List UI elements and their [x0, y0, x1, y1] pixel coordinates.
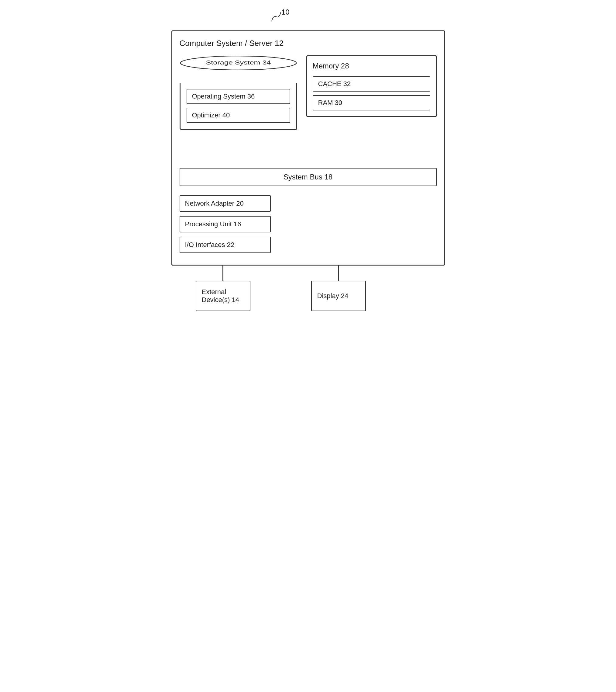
- network-adapter-box: Network Adapter 20: [180, 195, 271, 212]
- memory-label: Memory 28: [313, 62, 430, 70]
- io-interfaces-box: I/O Interfaces 22: [180, 237, 271, 253]
- display-label: Display 24: [317, 292, 349, 300]
- os-box: Operating System 36: [186, 89, 290, 104]
- main-computer-system-box: Computer System / Server 12 Storage Syst…: [171, 30, 445, 266]
- ram-box: RAM 30: [313, 95, 430, 110]
- bottom-connectors-row: ExternalDevice(s) 14 Display 24: [171, 266, 445, 311]
- processing-unit-box: Processing Unit 16: [180, 216, 271, 232]
- connector-line-left: [222, 266, 223, 281]
- cylinder-top: Storage System 34: [180, 55, 297, 70]
- optimizer-box: Optimizer 40: [186, 108, 290, 123]
- svg-text:Storage System 34: Storage System 34: [206, 59, 271, 66]
- external-device-connector: ExternalDevice(s) 14: [196, 266, 250, 311]
- top-section: Storage System 34 Operating System 36 Op…: [180, 55, 437, 159]
- external-device-label: ExternalDevice(s) 14: [202, 288, 239, 304]
- connector-line-right: [338, 266, 339, 281]
- display-box: Display 24: [311, 281, 366, 311]
- cache-box: CACHE 32: [313, 76, 430, 91]
- display-connector: Display 24: [311, 266, 366, 311]
- components-section: Network Adapter 20 Processing Unit 16 I/…: [180, 195, 437, 257]
- external-device-box: ExternalDevice(s) 14: [196, 281, 250, 311]
- diagram-container: 10 Computer System / Server 12 Storage S…: [171, 12, 445, 311]
- memory-box: Memory 28 CACHE 32 RAM 30: [306, 55, 437, 117]
- svg-text:10: 10: [281, 9, 290, 16]
- main-box-label: Computer System / Server 12: [180, 39, 437, 48]
- system-bus-box: System Bus 18: [180, 168, 437, 186]
- ref-number-10: 10: [269, 9, 293, 28]
- cylinder-body: Operating System 36 Optimizer 40: [180, 83, 297, 130]
- storage-system: Storage System 34 Operating System 36 Op…: [180, 55, 297, 159]
